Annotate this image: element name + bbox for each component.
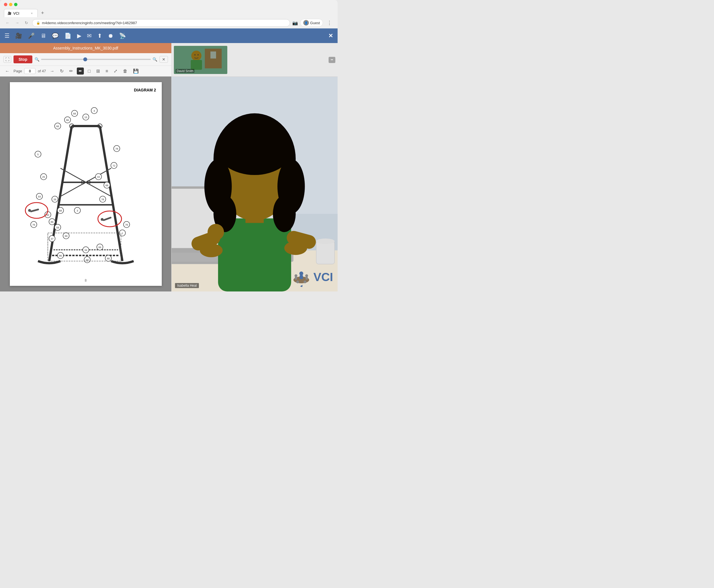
svg-text:86: 86 xyxy=(66,119,69,122)
mic-icon[interactable]: 🎤 xyxy=(28,33,35,39)
page-input[interactable] xyxy=(24,68,36,74)
align-tool[interactable]: ≡ xyxy=(104,68,110,75)
document-icon[interactable]: 📄 xyxy=(64,33,71,39)
stop-button[interactable]: Stop xyxy=(14,56,33,63)
svg-text:25: 25 xyxy=(42,175,45,178)
svg-text:86: 86 xyxy=(59,254,62,257)
pdf-controls: ⛶ Stop 🔍 🔍 ✕ xyxy=(0,53,171,66)
vci-logo-area: VCI xyxy=(291,267,333,287)
isabella-video: Isabella Heal xyxy=(172,77,338,292)
david-smith-name: David Smith xyxy=(175,69,194,73)
vci-logo-text: VCI xyxy=(313,271,333,283)
pdf-filename: Assembly_Instructions_MK_3030.pdf xyxy=(53,46,118,50)
vci-logo-icon xyxy=(291,267,311,287)
svg-text:86: 86 xyxy=(50,220,53,224)
svg-rect-81 xyxy=(210,51,216,59)
pdf-close-button[interactable]: ✕ xyxy=(160,56,168,63)
share-icon[interactable]: ⬆ xyxy=(97,33,102,39)
screen-share-icon[interactable]: 🖥 xyxy=(41,33,46,39)
svg-rect-73 xyxy=(30,208,39,212)
profile-label: Guest xyxy=(310,21,320,25)
delete-tool[interactable]: 🗑 xyxy=(121,68,129,75)
svg-text:26: 26 xyxy=(53,198,56,201)
svg-text:66: 66 xyxy=(64,235,67,237)
mail-icon[interactable]: ✉ xyxy=(87,33,92,39)
signal-icon[interactable]: 📡 xyxy=(119,33,126,39)
svg-point-128 xyxy=(296,280,299,283)
pen-tool[interactable]: ✏ xyxy=(67,67,75,75)
save-tool[interactable]: 💾 xyxy=(131,67,140,75)
minimize-window-button[interactable] xyxy=(9,3,13,6)
vci-tab[interactable]: 🎥 VCI × xyxy=(4,9,38,17)
tab-close-button[interactable]: × xyxy=(29,11,34,16)
more-participants-button[interactable]: •• xyxy=(329,57,335,63)
refresh-button[interactable]: ↻ xyxy=(23,20,30,26)
svg-text:15: 15 xyxy=(84,116,87,119)
rect-tool[interactable]: □ xyxy=(86,68,92,75)
page-number-bottom: 8 xyxy=(16,278,156,282)
svg-point-118 xyxy=(200,244,223,257)
close-window-button[interactable] xyxy=(4,3,7,6)
svg-text:59: 59 xyxy=(56,226,59,229)
svg-rect-123 xyxy=(300,275,303,279)
url-bar[interactable]: 🔒 m4demo.videoconferencinginfo.com/meeti… xyxy=(32,19,290,27)
diagram-title: DIAGRAM 2 xyxy=(16,88,156,92)
svg-point-124 xyxy=(295,274,297,277)
video-icon[interactable]: 🎥 xyxy=(15,33,22,39)
close-button[interactable]: ✕ xyxy=(328,33,333,39)
play-icon[interactable]: ▶ xyxy=(77,33,81,39)
svg-rect-75 xyxy=(102,217,111,222)
move-tool[interactable]: ⤢ xyxy=(112,67,119,75)
zoom-slider[interactable] xyxy=(41,59,151,60)
svg-point-74 xyxy=(28,209,31,212)
address-bar: ← → ↻ 🔒 m4demo.videoconferencinginfo.com… xyxy=(0,17,338,28)
back-button[interactable]: ← xyxy=(4,20,11,26)
svg-text:68: 68 xyxy=(73,112,76,115)
svg-text:78: 78 xyxy=(115,147,118,150)
diagram-svg: 68 4 15 86 66 5 25 xyxy=(16,95,156,275)
pdf-header: Assembly_Instructions_MK_3030.pdf xyxy=(0,43,171,53)
svg-point-109 xyxy=(273,195,296,232)
pdf-page: DIAGRAM 2 xyxy=(10,82,162,286)
record-icon[interactable]: ⏺ xyxy=(108,33,113,39)
stamp-tool[interactable]: ⊞ xyxy=(94,67,102,75)
page-total: of 47 xyxy=(38,69,46,73)
browser-menu-button[interactable]: ⋮ xyxy=(325,19,334,26)
svg-point-115 xyxy=(272,144,288,160)
maximize-window-button[interactable] xyxy=(14,3,17,6)
forward-button[interactable]: → xyxy=(14,20,21,26)
svg-rect-83 xyxy=(191,60,202,70)
svg-text:34: 34 xyxy=(84,249,87,252)
menu-icon[interactable]: ☰ xyxy=(4,33,9,39)
new-tab-button[interactable]: + xyxy=(39,10,46,16)
svg-text:5: 5 xyxy=(37,153,39,156)
pdf-content: DIAGRAM 2 xyxy=(0,77,171,292)
url-text: m4demo.videoconferencinginfo.com/meeting… xyxy=(42,21,137,25)
svg-rect-92 xyxy=(316,241,335,264)
svg-point-82 xyxy=(191,51,202,61)
camera-button[interactable]: 📷 xyxy=(292,20,298,26)
profile-icon: 👤 xyxy=(303,20,309,26)
chat-icon[interactable]: 💬 xyxy=(52,33,59,39)
profile-area[interactable]: 👤 Guest xyxy=(300,19,323,27)
svg-marker-130 xyxy=(300,285,303,287)
next-page-button[interactable]: → xyxy=(48,68,56,74)
refresh-tool[interactable]: ↻ xyxy=(58,67,65,75)
highlighter-tool[interactable]: ✒ xyxy=(77,67,84,75)
svg-text:33: 33 xyxy=(97,175,100,178)
traffic-lights xyxy=(4,3,17,6)
david-smith-thumbnail[interactable]: David Smith xyxy=(174,46,227,74)
svg-point-93 xyxy=(316,238,335,244)
prev-page-button[interactable]: ← xyxy=(3,68,11,74)
isabella-name-badge: Isabella Heal xyxy=(175,283,199,288)
svg-text:86: 86 xyxy=(107,257,109,260)
svg-text:66: 66 xyxy=(98,246,101,249)
pdf-nav: ← Page of 47 → ↻ ✏ ✒ □ ⊞ ≡ ⤢ 🗑 💾 xyxy=(0,66,171,77)
video-panel: David Smith •• xyxy=(172,43,338,292)
svg-text:78: 78 xyxy=(101,198,104,201)
expand-button[interactable]: ⛶ xyxy=(3,56,11,63)
page-label: Page xyxy=(14,69,22,73)
app-toolbar: ☰ 🎥 🎤 🖥 💬 📄 ▶ ✉ ⬆ ⏺ 📡 ✕ xyxy=(0,28,338,43)
main-content: Assembly_Instructions_MK_3030.pdf ⛶ Stop… xyxy=(0,43,338,292)
tab-bar: 🎥 VCI × + xyxy=(0,9,338,17)
